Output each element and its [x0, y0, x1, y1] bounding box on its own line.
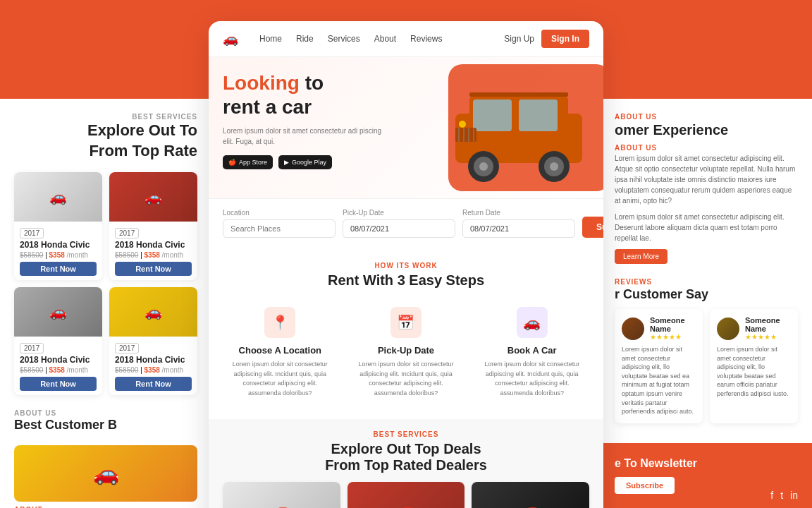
about-sub-label: ABOUT [14, 506, 43, 508]
about-description-left: ABOUT Lorem ipsum dolor sit amet consect… [14, 506, 197, 508]
hero-car-svg [406, 57, 603, 198]
navbar: 🚗 Home Ride Services About Reviews Sign … [209, 21, 603, 57]
car-card-3: 🚗 2017 2018 Honda Civic $58500 | $358 /m… [109, 287, 197, 395]
svg-rect-3 [473, 99, 512, 131]
steps-grid: 📍 Choose A Location Lorem ipsum dolor si… [223, 300, 589, 405]
rent-now-button-1[interactable]: Rent Now [115, 262, 192, 276]
twitter-icon[interactable]: t [780, 490, 783, 501]
left-panel: BEST SERVICES Explore Out To From Top Ra… [0, 99, 211, 508]
newsletter-section: e To Newsletter Subscribe f t in [601, 443, 812, 508]
left-section-label: BEST SERVICES [14, 113, 197, 121]
instagram-icon[interactable]: in [790, 490, 798, 501]
step-title-1: Pick-Up Date [356, 345, 457, 356]
rent-now-button-0[interactable]: Rent Now [20, 262, 97, 276]
subscribe-button[interactable]: Subscribe [615, 477, 675, 494]
car-image-1: 🚗 [109, 172, 197, 222]
how-it-works-sub-label: HOW ITS WORK [223, 262, 589, 270]
nav-reviews[interactable]: Reviews [410, 34, 442, 44]
return-group: Return Date [462, 209, 575, 238]
right-panel: ABOUT US omer Experience ABOUT US Lorem … [601, 99, 812, 508]
search-form: Location Pick-Up Date Return Date Submit [209, 198, 603, 248]
location-label: Location [223, 209, 336, 217]
pickup-input[interactable] [343, 219, 455, 238]
nav-about[interactable]: About [374, 34, 396, 44]
rent-now-button-3[interactable]: Rent Now [115, 377, 192, 391]
signup-button[interactable]: Sign Up [504, 34, 534, 44]
service-car-image-1: 🚗 [347, 482, 465, 508]
service-car-card-2: 🚗 [472, 482, 589, 508]
about-us-label: ABOUT US [615, 113, 798, 121]
center-panel: 🚗 Home Ride Services About Reviews Sign … [209, 21, 603, 508]
pickup-group: Pick-Up Date [343, 209, 455, 238]
step-desc-2: Lorem ipsum dolor sit consectetur adipis… [481, 360, 582, 398]
hero-title: Looking torent a car [223, 71, 392, 119]
reviews-label: REVIEWS [615, 278, 798, 286]
car-image-3: 🚗 [109, 287, 197, 337]
reviewer-avatar-1 [717, 318, 739, 340]
step-card-0: 📍 Choose A Location Lorem ipsum dolor si… [223, 300, 338, 405]
pickup-label: Pick-Up Date [343, 209, 455, 217]
reviewer-stars-0: ★★★★★ [650, 333, 696, 341]
car-name-1: 2018 Honda Civic [115, 240, 192, 250]
reviewer-name-1: Someone Name [745, 316, 791, 333]
svg-rect-4 [519, 99, 558, 131]
svg-rect-17 [469, 92, 568, 97]
best-services-sub-label: BEST SERVICES [223, 430, 589, 438]
car-year-2: 2017 [20, 343, 44, 353]
review-text-1: Lorem ipsum dolor sit amet consectetur a… [717, 345, 791, 399]
car-price-1: $58500 | $358 /month [115, 251, 192, 259]
rent-now-button-2[interactable]: Rent Now [20, 377, 97, 391]
car-name-0: 2018 Honda Civic [20, 240, 97, 250]
location-group: Location [223, 209, 336, 238]
svg-point-7 [479, 162, 488, 171]
about-us-label2: ABOUT US [615, 144, 798, 152]
car-card-2: 🚗 2017 2018 Honda Civic $58500 | $358 /m… [14, 287, 102, 395]
hero-title-highlight: Looking [223, 72, 300, 94]
how-it-works-title: Rent With 3 Easy Steps [223, 272, 589, 289]
service-car-image-0: 🚗 [223, 482, 340, 508]
reviews-title: r Customer Say [615, 287, 798, 302]
review-card-0: Someone Name ★★★★★ Lorem ipsum dolor sit… [615, 309, 703, 423]
about-us-desc2: Lorem ipsum dolor sit amet consectetur a… [615, 212, 798, 243]
hero-car-container [406, 57, 603, 198]
nav-ride[interactable]: Ride [296, 34, 314, 44]
step-card-1: 📅 Pick-Up Date Lorem ipsum dolor sit con… [349, 300, 464, 405]
google-play-badge[interactable]: ▶ Google Play [278, 155, 332, 169]
reviewer-avatar-0 [622, 318, 644, 340]
return-input[interactable] [462, 219, 575, 238]
step-icon-2: 🚗 [517, 307, 548, 338]
best-services-section: BEST SERVICES Explore Out Top Deals From… [209, 419, 603, 508]
nav-links: Home Ride Services About Reviews [259, 34, 504, 44]
best-services-title: Explore Out Top Deals From Top Rated Dea… [223, 441, 589, 473]
google-play-icon: ▶ [284, 159, 289, 166]
signin-button[interactable]: Sign In [541, 30, 589, 48]
hero-text: Looking torent a car Lorem ipsum dolor s… [223, 71, 392, 198]
step-desc-1: Lorem ipsum dolor sit consectetur adipis… [356, 360, 457, 398]
learn-more-button[interactable]: Learn More [615, 249, 668, 264]
car-year-0: 2017 [20, 228, 44, 238]
car-image-0: 🚗 [14, 172, 102, 222]
app-store-badge[interactable]: 🍎 App Store [223, 155, 273, 169]
how-it-works-section: HOW ITS WORK Rent With 3 Easy Steps 📍 Ch… [209, 248, 603, 419]
reviewer-stars-1: ★★★★★ [745, 333, 791, 341]
social-icons: f t in [770, 490, 798, 501]
nav-home[interactable]: Home [259, 34, 282, 44]
car-year-1: 2017 [115, 228, 139, 238]
return-label: Return Date [462, 209, 575, 217]
review-text-0: Lorem ipsum dolor sit amet consectetur a… [622, 345, 696, 416]
submit-button[interactable]: Submit [582, 217, 603, 238]
app-badges: 🍎 App Store ▶ Google Play [223, 155, 392, 169]
step-title-2: Book A Car [481, 345, 582, 356]
logo-icon: 🚗 [223, 31, 238, 47]
nav-services[interactable]: Services [328, 34, 360, 44]
location-input[interactable] [223, 219, 336, 238]
review-cards: Someone Name ★★★★★ Lorem ipsum dolor sit… [615, 309, 798, 423]
car-price-0: $58500 | $358 /month [20, 251, 97, 259]
cars-grid: 🚗 2017 2018 Honda Civic $58500 | $358 /m… [14, 172, 197, 395]
hero-section: Looking torent a car Lorem ipsum dolor s… [209, 57, 603, 198]
reviews-section: REVIEWS r Customer Say Someone Name ★★★★… [615, 278, 798, 423]
review-card-1: Someone Name ★★★★★ Lorem ipsum dolor sit… [710, 309, 798, 423]
facebook-icon[interactable]: f [770, 490, 773, 501]
about-us-right: ABOUT US omer Experience ABOUT US Lorem … [615, 113, 798, 264]
car-year-3: 2017 [115, 343, 139, 353]
